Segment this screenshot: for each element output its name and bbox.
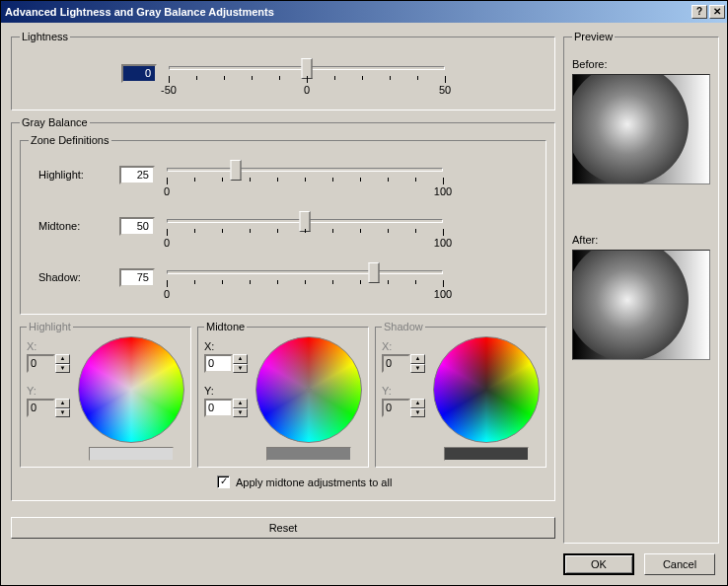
window-title: Advanced Lightness and Gray Balance Adju… — [5, 6, 690, 18]
midtone-wheel-legend: Midtone — [204, 321, 247, 332]
midtone-wheel-group: Midtone X: 0 ▲▼ Y: — [197, 321, 369, 468]
right-column: Preview Before: After: OK Cancel — [563, 31, 717, 575]
highlight-color-wheel — [78, 336, 184, 443]
shadow-y-spinner: 0 ▲▼ — [382, 399, 425, 417]
midtone-swatch — [266, 447, 351, 461]
help-icon[interactable]: ? — [692, 5, 707, 19]
lightness-legend: Lightness — [20, 31, 70, 42]
gray-balance-group: Gray Balance Zone Definitions Highlight:… — [11, 116, 555, 501]
shadow-color-wheel — [433, 336, 540, 443]
midtone-y-label: Y: — [204, 385, 250, 397]
zone-definitions-group: Zone Definitions Highlight: 25 0 — [20, 134, 546, 315]
shadow-wheel-legend: Shadow — [382, 321, 425, 332]
spin-up-icon[interactable]: ▲ — [233, 399, 248, 408]
spin-up-icon: ▲ — [410, 399, 425, 408]
shadow-slider[interactable]: 0 100 — [167, 262, 443, 292]
shadow-x-label: X: — [382, 340, 427, 352]
spin-down-icon: ▼ — [410, 408, 425, 418]
lightness-mid-label: 0 — [304, 84, 310, 96]
highlight-x-spinner: 0 ▲▼ — [27, 354, 70, 373]
shadow-label: Shadow: — [38, 271, 108, 283]
dialog-content: Lightness 0 — [1, 23, 727, 585]
highlight-label: Highlight: — [38, 169, 108, 181]
midtone-color-wheel[interactable]: + — [255, 336, 362, 443]
shadow-y-label: Y: — [382, 385, 427, 397]
spin-up-icon: ▲ — [55, 354, 70, 364]
highlight-x-label: X: — [27, 340, 72, 352]
spin-up-icon: ▲ — [55, 399, 70, 408]
highlight-row: Highlight: 25 0 100 — [29, 152, 538, 203]
after-image — [572, 250, 710, 360]
dialog-buttons: OK Cancel — [563, 544, 717, 575]
dialog-window: Advanced Lightness and Gray Balance Adju… — [0, 0, 728, 586]
reset-button[interactable]: Reset — [11, 517, 555, 539]
spin-down-icon[interactable]: ▼ — [233, 408, 248, 418]
titlebar[interactable]: Advanced Lightness and Gray Balance Adju… — [1, 1, 727, 23]
highlight-slider[interactable]: 0 100 — [167, 160, 443, 189]
highlight-wheel-group: Highlight X: 0 ▲▼ Y: — [20, 321, 191, 468]
preview-group: Preview Before: After: — [563, 31, 719, 544]
gray-balance-legend: Gray Balance — [20, 116, 90, 128]
shadow-input[interactable]: 75 — [119, 268, 155, 287]
spin-down-icon[interactable]: ▼ — [233, 364, 248, 374]
shadow-x-spinner: 0 ▲▼ — [382, 354, 425, 373]
close-icon[interactable]: ✕ — [709, 5, 725, 19]
highlight-input[interactable]: 25 — [119, 166, 155, 184]
spin-up-icon[interactable]: ▲ — [233, 354, 248, 364]
highlight-swatch — [89, 447, 174, 461]
highlight-y-spinner: 0 ▲▼ — [27, 399, 70, 417]
lightness-max-label: 50 — [439, 84, 451, 96]
midtone-input[interactable]: 50 — [119, 217, 155, 236]
midtone-label: Midtone: — [38, 220, 108, 232]
before-image — [572, 74, 710, 184]
midtone-y-spinner[interactable]: 0 ▲▼ — [204, 399, 248, 417]
apply-midtone-checkbox[interactable]: ✓ — [217, 476, 230, 488]
left-column: Lightness 0 — [11, 31, 555, 575]
shadow-swatch — [444, 447, 529, 461]
spin-down-icon: ▼ — [410, 364, 425, 374]
lightness-group: Lightness 0 — [11, 31, 555, 110]
crosshair-icon: + — [304, 385, 315, 396]
lightness-input[interactable]: 0 — [121, 64, 157, 83]
apply-midtone-row: ✓ Apply midtone adjustments to all — [20, 468, 546, 492]
color-wheel-row: Highlight X: 0 ▲▼ Y: — [20, 321, 546, 468]
midtone-row: Midtone: 50 0 100 — [29, 203, 538, 255]
spin-down-icon: ▼ — [55, 364, 70, 374]
midtone-x-label: X: — [204, 340, 250, 352]
after-label: After: — [572, 234, 710, 246]
lightness-min-label: -50 — [161, 84, 177, 96]
before-label: Before: — [572, 58, 710, 70]
cancel-button[interactable]: Cancel — [644, 553, 715, 575]
shadow-wheel-group: Shadow X: 0 ▲▼ Y: — [375, 321, 546, 468]
spin-up-icon: ▲ — [410, 354, 425, 364]
highlight-y-label: Y: — [27, 385, 72, 397]
apply-midtone-label: Apply midtone adjustments to all — [236, 476, 392, 488]
preview-legend: Preview — [572, 31, 615, 42]
highlight-wheel-legend: Highlight — [27, 321, 73, 332]
shadow-row: Shadow: 75 0 100 — [29, 255, 538, 306]
spin-down-icon: ▼ — [55, 408, 70, 418]
midtone-x-spinner[interactable]: 0 ▲▼ — [204, 354, 248, 373]
zone-definitions-legend: Zone Definitions — [29, 134, 111, 146]
ok-button[interactable]: OK — [563, 553, 634, 575]
midtone-slider[interactable]: 0 100 — [167, 211, 443, 241]
lightness-slider[interactable]: -50 0 50 — [169, 58, 445, 88]
